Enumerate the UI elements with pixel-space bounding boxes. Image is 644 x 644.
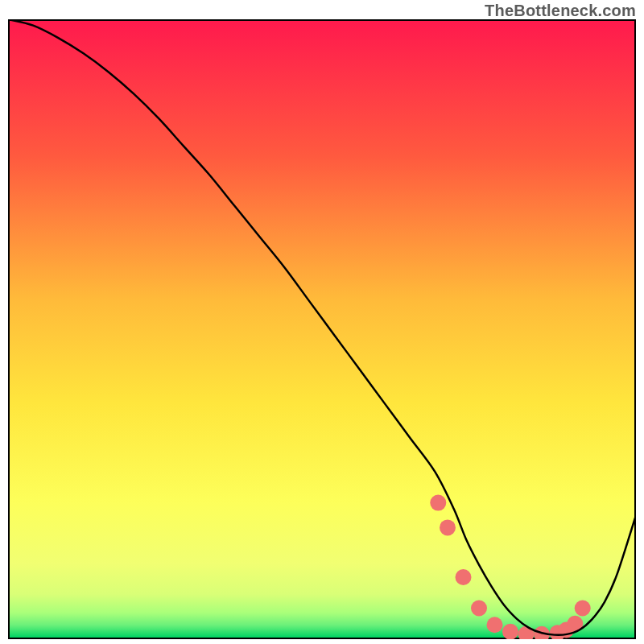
chart-container: TheBottleneck.com — [0, 0, 644, 644]
watermark-text: TheBottleneck.com — [485, 2, 636, 20]
plot-area — [8, 19, 636, 639]
gradient-background — [10, 21, 634, 638]
svg-rect-0 — [10, 21, 634, 638]
